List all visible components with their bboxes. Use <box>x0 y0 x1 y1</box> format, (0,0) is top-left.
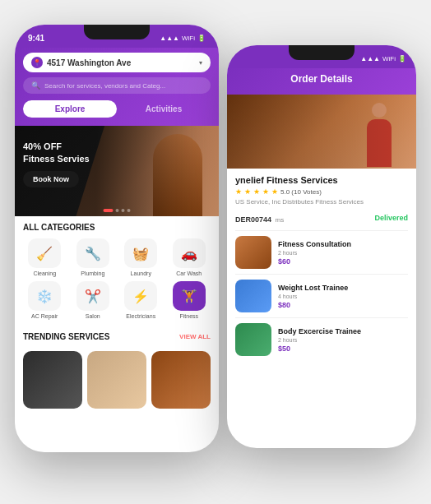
trending-item-2[interactable] <box>87 351 146 409</box>
service-price-1: $60 <box>278 257 408 266</box>
order-banner-bg <box>227 95 416 169</box>
plumbing-icon: 🔧 <box>76 238 109 268</box>
banner-dot-2 <box>116 209 119 212</box>
banner-content: 40% OFF Fitness Servies Book Now <box>23 137 90 187</box>
wifi-icon-2: WiFi <box>382 55 396 62</box>
fitness-icon: 🏋️ <box>173 281 206 311</box>
categories-grid: 🧹 Cleaning 🔧 Plumbing 🧺 Laundry 🚗 Car Wa… <box>23 238 211 319</box>
phone-notch-2 <box>289 45 355 60</box>
category-carwash[interactable]: 🚗 Car Wash <box>168 238 211 276</box>
banner-dot-4 <box>127 209 131 212</box>
service-name-2: Weight Lost Trainee <box>278 284 408 292</box>
category-plumbing-label: Plumbing <box>81 270 104 276</box>
category-carwash-label: Car Wash <box>176 270 202 276</box>
location-text: 4517 Washington Ave <box>47 58 199 67</box>
order-id: DER00744 <box>235 215 271 224</box>
search-placeholder: Search for services, vendors and Categ..… <box>44 82 165 90</box>
category-laundry[interactable]: 🧺 Laundry <box>119 238 163 276</box>
star-4: ★ <box>262 187 269 196</box>
rating-value: 5.0 (10 Votes) <box>280 188 322 196</box>
categories-section: ALL CATEGORIES 🧹 Cleaning 🔧 Plumbing 🧺 L… <box>15 216 219 326</box>
category-salon[interactable]: ✂️ Salon <box>72 281 115 319</box>
category-salon-label: Salon <box>86 313 100 319</box>
service-price-2: $80 <box>278 301 408 309</box>
status-icons: ▲▲▲ WiFi 🔋 <box>160 35 206 42</box>
battery-icon-2: 🔋 <box>398 55 406 62</box>
category-acrepair[interactable]: ❄️ AC Repair <box>23 281 67 319</box>
tab-explore[interactable]: Explore <box>23 100 117 118</box>
tab-activities[interactable]: Activities <box>117 100 211 118</box>
book-now-button[interactable]: Book Now <box>23 171 79 187</box>
service-image-1 <box>235 236 271 269</box>
category-acrepair-label: AC Repair <box>31 313 58 319</box>
service-duration-1: 2 hours <box>278 250 408 256</box>
order-id-row: DER00744 ms Delivered <box>235 210 408 225</box>
star-1: ★ <box>235 187 242 196</box>
service-item-3[interactable]: Body Excercise Trainee 2 hours $50 <box>235 317 408 361</box>
acrepair-icon: ❄️ <box>28 281 61 311</box>
service-name-1: Fitness Consultation <box>278 240 408 248</box>
trending-header: TRENDING SERVICES VIEW ALL <box>23 332 211 341</box>
service-item-1[interactable]: Fitness Consultation 2 hours $60 <box>235 230 408 274</box>
carwash-icon: 🚗 <box>173 238 206 268</box>
chevron-down-icon: ▾ <box>199 59 202 67</box>
categories-header: ALL CATEGORIES <box>23 223 211 232</box>
trending-list <box>15 351 219 417</box>
status-icons-2: ▲▲▲ WiFi 🔋 <box>360 55 406 62</box>
location-row[interactable]: 4517 Washington Ave ▾ <box>23 53 211 72</box>
service-details-2: Weight Lost Trainee 4 hours $80 <box>278 284 408 309</box>
search-bar[interactable]: 🔍 Search for services, vendors and Categ… <box>23 77 211 94</box>
category-electricians[interactable]: ⚡ Electricians <box>119 281 163 319</box>
electricians-icon: ⚡ <box>124 281 157 311</box>
salon-icon: ✂️ <box>76 281 109 311</box>
promo-banner: 40% OFF Fitness Servies Book Now <box>15 126 219 216</box>
category-fitness-label: Fitness <box>179 313 198 319</box>
category-electricians-label: Electricians <box>126 313 155 319</box>
rating-row: ★ ★ ★ ★ ★ 5.0 (10 Votes) <box>235 187 408 196</box>
search-icon: 🔍 <box>31 81 40 90</box>
service-image-3 <box>235 323 271 356</box>
category-fitness[interactable]: 🏋️ Fitness <box>168 281 211 319</box>
order-id-container: DER00744 ms <box>235 210 284 225</box>
category-cleaning-label: Cleaning <box>33 270 56 276</box>
status-time: 9:41 <box>28 34 44 43</box>
order-banner-person <box>359 103 400 169</box>
banner-dot-3 <box>122 209 125 212</box>
signal-icon: ▲▲▲ <box>160 35 179 42</box>
trending-title: TRENDING SERVICES <box>23 332 109 341</box>
banner-dot-1 <box>104 209 114 212</box>
banner-dots <box>104 209 131 212</box>
phone-2: ▲▲▲ WiFi 🔋 Order Details ynelief Fitness… <box>227 45 416 448</box>
order-header: Order Details <box>227 68 416 95</box>
service-name-3: Body Excercise Trainee <box>278 327 408 335</box>
trending-item-1[interactable] <box>23 351 82 409</box>
app-header: 4517 Washington Ave ▾ 🔍 Search for servi… <box>15 48 219 126</box>
star-2: ★ <box>244 187 251 196</box>
order-content: ynelief Fitness Services ★ ★ ★ ★ ★ 5.0 (… <box>227 169 416 368</box>
category-plumbing[interactable]: 🔧 Plumbing <box>72 238 115 276</box>
phone-1: 9:41 ▲▲▲ WiFi 🔋 4517 Washington Ave ▾ 🔍 … <box>15 25 219 452</box>
category-cleaning[interactable]: 🧹 Cleaning <box>23 238 67 276</box>
cleaning-icon: 🧹 <box>28 238 61 268</box>
battery-icon: 🔋 <box>197 35 206 42</box>
laundry-icon: 🧺 <box>124 238 157 268</box>
service-duration-3: 2 hours <box>278 337 408 343</box>
star-5: ★ <box>271 187 278 196</box>
service-item-2[interactable]: Weight Lost Trainee 4 hours $80 <box>235 274 408 317</box>
star-3: ★ <box>253 187 260 196</box>
service-duration-2: 4 hours <box>278 294 408 299</box>
delivered-badge: Delivered <box>374 214 408 222</box>
view-all-button[interactable]: VIEW ALL <box>179 333 211 340</box>
wifi-icon: WiFi <box>182 35 195 42</box>
banner-title: Fitness Servies <box>23 154 90 164</box>
trending-section: TRENDING SERVICES VIEW ALL <box>15 326 219 351</box>
trending-item-3[interactable] <box>151 351 211 409</box>
service-price-3: $50 <box>278 344 408 353</box>
items-label: ms <box>275 216 284 224</box>
phone-notch <box>84 25 150 39</box>
business-description: US Service, Inc Distributes Fitness Serv… <box>235 198 408 206</box>
category-laundry-label: Laundry <box>131 270 151 276</box>
banner-discount: 40% OFF <box>23 137 90 154</box>
categories-title: ALL CATEGORIES <box>23 223 95 232</box>
business-name: ynelief Fitness Services <box>235 175 408 185</box>
